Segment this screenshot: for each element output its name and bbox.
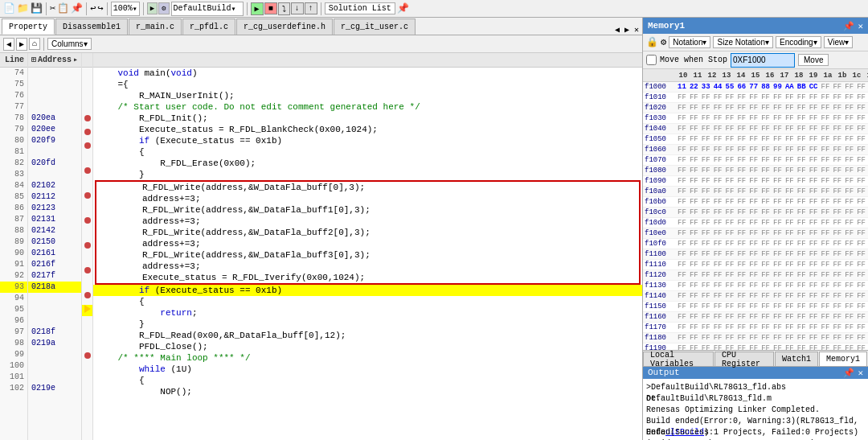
- bottom-panel: Local Variables CPU Register Watch1 Memo…: [643, 350, 868, 440]
- icon-set1: ▶ ⚙: [147, 2, 170, 14]
- redo-icon[interactable]: ↪: [97, 2, 103, 14]
- line-99: 99: [0, 349, 27, 360]
- pin-icon[interactable]: 📌: [397, 2, 409, 14]
- addr-sort-icon[interactable]: ▸: [73, 53, 78, 68]
- stop-btn[interactable]: ■: [264, 2, 277, 14]
- addr-79: 020ee: [28, 124, 81, 135]
- memory-title-bar: Memory1 📌 ✕: [643, 18, 868, 34]
- step-in-btn[interactable]: ↓: [291, 2, 304, 14]
- move-when-stop-label: Move when Stop: [660, 56, 727, 64]
- tabs-bar: Property Disassemble1 r_main.c r_pfdl.c …: [0, 18, 642, 35]
- memory-grid: 10 11 12 13 14 15 16 17 18 19 1a 1b 1c 1…: [643, 69, 868, 350]
- bp-79: [82, 129, 92, 140]
- addr-84: 02102: [28, 180, 81, 191]
- addr-95: [28, 304, 81, 315]
- bp-97: [82, 352, 92, 364]
- tab-rpfdl[interactable]: r_pfdl.c: [182, 19, 235, 35]
- tab-property[interactable]: Property: [2, 19, 55, 35]
- cut-icon[interactable]: ✂: [50, 2, 55, 14]
- open-icon[interactable]: 📁: [17, 2, 29, 14]
- move-when-stop-checkbox[interactable]: [646, 55, 657, 65]
- tab-disassemble[interactable]: Disassemble1: [55, 19, 128, 35]
- line-80: 80: [0, 135, 27, 146]
- mem-row-f1090: f1090FFFFFFFFFFFFFFFFFFFFFFFFFFFFFFFF: [643, 176, 868, 187]
- breakpoint-col: [82, 53, 93, 440]
- columns-button[interactable]: Columns▾: [47, 38, 91, 50]
- code-line-75: ={: [93, 79, 642, 90]
- save-icon[interactable]: 💾: [31, 2, 43, 14]
- addr-76: [28, 90, 81, 101]
- zoom-dropdown[interactable]: 100%▾: [111, 2, 140, 16]
- forward-btn[interactable]: ▶: [16, 38, 27, 51]
- home-btn[interactable]: ⌂: [29, 38, 40, 50]
- code-line-86: R_FDL_Write(address,&W_DataFla_buff1[0],…: [96, 204, 639, 216]
- move-button[interactable]: Move: [798, 54, 829, 66]
- tab-scroll-left[interactable]: ◀: [613, 25, 621, 35]
- bp-76: [82, 90, 92, 101]
- bp-99: [82, 375, 92, 386]
- bp-82: [82, 167, 92, 179]
- debug-icon[interactable]: ⚙: [158, 2, 169, 14]
- size-notation-btn[interactable]: Size Notation▾: [713, 36, 772, 48]
- address-input[interactable]: [731, 53, 795, 68]
- toolbar-icons-group: 📄 📁 💾 ✂ 📋 📌 ↩ ↪ 100%▾ ▶ ⚙ DefaultBuild▾ …: [3, 2, 409, 16]
- addr-80: 020f9: [28, 135, 81, 146]
- step-over-btn[interactable]: ⤵: [278, 2, 290, 15]
- sep5: [247, 2, 248, 15]
- mem-row-f1050: f1050FFFFFFFFFFFFFFFFFFFFFFFFFFFFFFFF: [643, 134, 868, 145]
- run-btn[interactable]: ▶: [251, 2, 264, 15]
- addr-75: [28, 79, 81, 90]
- copy-icon[interactable]: 📋: [57, 2, 69, 14]
- bp-102: [82, 409, 92, 420]
- mem-row-f1120: f1120FFFFFFFFFFFFFFFFFFFFFFFFFFFFFFFF: [643, 270, 868, 281]
- sep2: [86, 2, 87, 15]
- undo-icon[interactable]: ↩: [90, 2, 96, 14]
- notation-btn[interactable]: Notation▾: [669, 36, 710, 48]
- tab-close[interactable]: ✕: [633, 25, 641, 35]
- tab-memory1[interactable]: Memory1: [819, 352, 867, 366]
- output-close[interactable]: ✕: [858, 368, 863, 378]
- build-icon[interactable]: ▶: [147, 2, 158, 14]
- bp-95: [82, 327, 92, 339]
- encoding-btn[interactable]: Encoding▾: [776, 36, 821, 48]
- addr-header: ⊞ Address ▸: [28, 53, 81, 68]
- solution-list-btn[interactable]: Solution List: [325, 2, 395, 14]
- code-line-81: {: [93, 146, 642, 158]
- tab-local-variables[interactable]: Local Variables: [643, 352, 714, 366]
- tab-rcguser[interactable]: r_cg_userdefine.h: [236, 19, 333, 35]
- memory-settings-icon[interactable]: ⚙: [661, 36, 666, 48]
- build-dropdown[interactable]: DefaultBuild▾: [171, 2, 244, 16]
- new-icon[interactable]: 📄: [3, 2, 15, 14]
- memory-close-icon[interactable]: ✕: [858, 21, 863, 31]
- right-panel: Memory1 📌 ✕ 🔒 ⚙ Notation▾ Size Notation▾…: [643, 18, 868, 440]
- memory-pin-icon[interactable]: 📌: [843, 21, 854, 31]
- tab-cpu-register[interactable]: CPU Register: [714, 352, 774, 366]
- view-btn[interactable]: View▾: [824, 36, 854, 48]
- code-line-102: NOP();: [93, 386, 642, 397]
- code-line-82: R_FDL_Erase(0x00);: [93, 158, 642, 169]
- code-line-74: void main(void): [93, 68, 642, 79]
- mem-row-f1170: f1170FFFFFFFFFFFFFFFFFFFFFFFFFFFFFFFF: [643, 323, 868, 333]
- paste-icon[interactable]: 📌: [71, 2, 83, 14]
- mem-row-f10f0: f10f0FFFFFFFFFFFFFFFFFFFFFFFFFFFFFFFF: [643, 239, 868, 249]
- bp-75: [82, 79, 92, 90]
- tab-watch1[interactable]: Watch1: [775, 352, 818, 366]
- step-out-btn[interactable]: ↑: [305, 2, 317, 14]
- line-92: 92: [0, 270, 27, 282]
- bp-header: [82, 53, 92, 68]
- addr-94: [28, 293, 81, 304]
- bp-89: [82, 253, 92, 265]
- tab-rmain[interactable]: r_main.c: [129, 19, 182, 35]
- tab-scroll-right[interactable]: ▶: [623, 25, 631, 35]
- addr-82: 020fd: [28, 158, 81, 169]
- sep1: [46, 2, 47, 15]
- mem-row-f1130: f1130FFFFFFFFFFFFFFFFFFFFFFFFFFFFFFFF: [643, 281, 868, 291]
- mem-row-f1150: f1150FFFFFFFFFFFFFFFFFFFFFFFFFFFFFFFF: [643, 302, 868, 312]
- tab-rcgituser[interactable]: r_cg_it_user.c: [334, 19, 416, 35]
- addr-91: 0216f: [28, 259, 81, 270]
- tabs-right: ◀ ▶ ✕: [613, 25, 641, 35]
- addr-99: [28, 349, 81, 360]
- memory-lock-icon[interactable]: 🔒: [646, 36, 658, 48]
- back-btn[interactable]: ◀: [3, 38, 14, 51]
- output-pin[interactable]: 📌: [843, 368, 854, 378]
